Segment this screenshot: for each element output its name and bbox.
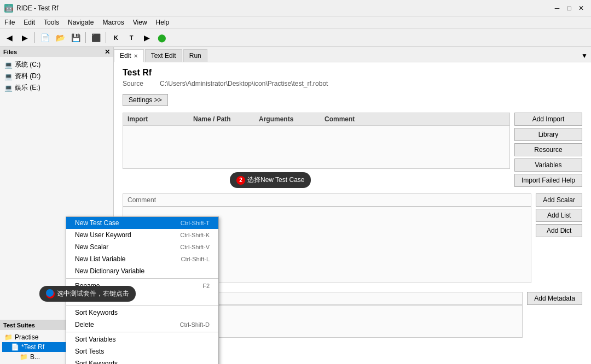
ctx-new-dict-variable[interactable]: New Dictionary Variable [66,265,218,277]
test-button[interactable]: T [124,31,138,45]
menu-view[interactable]: View [129,16,152,28]
add-list-button[interactable]: Add List [536,209,582,222]
tab-bar: Edit ✕ Text Edit Run ▼ [114,47,591,62]
doc-title: Test Rf [123,68,582,78]
main-layout: Files ✕ 💻 系统 (C:) 💻 资料 (D:) 💻 娱乐 (E:) Te… [0,47,591,364]
ctx-new-user-keyword[interactable]: New User Keyword Ctrl-Shift-K [66,229,218,241]
tab-run[interactable]: Run [183,49,207,62]
ctx-new-list-variable[interactable]: New List Variable Ctrl-Shift-L [66,253,218,265]
th-namepath: Name / Path [189,113,254,125]
th-arguments: Arguments [254,113,320,125]
window-title: RIDE - Test Rf [16,4,58,12]
th-import: Import [123,113,189,125]
forward-button[interactable]: ▶ [18,31,32,45]
ctx-sort-keywords-2[interactable]: Sort Keywords [66,357,218,364]
new-button[interactable]: 📄 [38,31,52,45]
menu-tools[interactable]: Tools [39,16,63,28]
stop-button[interactable]: ⬛ [89,31,103,45]
variables-button[interactable]: Variables [514,158,582,172]
ctx-sep-1 [66,278,218,279]
add-dict-button[interactable]: Add Dict [536,224,582,237]
tooltip-1: 1选中测试套件，右键点击 [39,286,136,302]
tab-scroll-arrow[interactable]: ▼ [578,50,591,62]
ctx-sep-2 [66,305,218,306]
resource-button[interactable]: Resource [514,143,582,156]
close-button[interactable]: ✕ [576,3,587,14]
import-failed-help-button[interactable]: Import Failed Help [514,174,582,187]
import-section: Import Name / Path Arguments Comment Add… [123,113,582,187]
folder-icon: 📁 [4,333,13,341]
toolbar-sep-3 [106,32,106,43]
app-icon: 🤖 [4,4,13,13]
files-close-button[interactable]: ✕ [105,48,110,56]
drive-c-icon: 💻 [4,61,13,69]
minimize-button[interactable]: ─ [552,3,563,14]
open-button[interactable]: 📂 [53,31,67,45]
toolbar-sep-2 [85,32,86,43]
source-row: Source C:\Users\Administrator\Desktop\ic… [123,80,582,87]
ctx-sort-keywords-1[interactable]: Sort Keywords [66,307,218,319]
toolbar-sep-1 [34,32,35,43]
drive-d-icon: 💻 [4,73,13,80]
subfolder-icon: 📁 [20,353,28,361]
menu-bar: File Edit Tools Navigate Macros View Hel… [0,16,591,28]
metadata-side-buttons: Add Metadata [527,292,582,338]
back-button[interactable]: ◀ [2,31,16,45]
run-button[interactable]: ▶ [140,31,154,45]
keyword-button[interactable]: K [109,31,123,45]
ctx-new-scalar[interactable]: New Scalar Ctrl-Shift-V [66,241,218,253]
drive-d[interactable]: 💻 资料 (D:) [2,71,111,82]
menu-file[interactable]: File [0,16,19,28]
tab-text-edit[interactable]: Text Edit [145,49,182,62]
source-path: C:\Users\Administrator\Desktop\icon\Prac… [160,80,328,87]
th-comment: Comment [320,113,509,125]
menu-macros[interactable]: Macros [98,16,128,28]
left-panel: Files ✕ 💻 系统 (C:) 💻 资料 (D:) 💻 娱乐 (E:) Te… [0,47,114,364]
drive-e[interactable]: 💻 娱乐 (E:) [2,82,111,93]
add-scalar-button[interactable]: Add Scalar [536,193,582,207]
file-icon: 📄 [11,343,19,351]
menu-help[interactable]: Help [152,16,174,28]
ctx-sort-variables[interactable]: Sort Variables [66,333,218,345]
import-table-area: Import Name / Path Arguments Comment [123,113,510,187]
variables-side-buttons: Add Scalar Add List Add Dict [536,193,582,285]
drive-c[interactable]: 💻 系统 (C:) [2,59,111,71]
title-bar-left: 🤖 RIDE - Test Rf [4,4,58,13]
title-controls: ─ □ ✕ [552,3,587,14]
menu-navigate[interactable]: Navigate [63,16,98,28]
import-table-body [123,125,510,169]
tooltip-2: 2选择New Test Case [230,172,311,188]
toolbar: ◀ ▶ 📄 📂 💾 ⬛ K T ▶ ⬤ [0,28,591,47]
maximize-button[interactable]: □ [564,3,575,14]
save-button[interactable]: 💾 [68,31,83,45]
add-import-button[interactable]: Add Import [514,113,582,126]
drive-e-icon: 💻 [4,84,13,92]
ctx-sort-tests[interactable]: Sort Tests [66,345,218,357]
import-table-header: Import Name / Path Arguments Comment [123,113,510,125]
source-label: Source [123,80,155,87]
tab-edit-close[interactable]: ✕ [134,53,138,59]
settings-button[interactable]: Settings >> [123,94,168,106]
files-label: Files [3,49,17,55]
variables-comment: Comment [123,193,531,207]
tab-edit[interactable]: Edit ✕ [114,49,144,62]
dot-button[interactable]: ⬤ [155,31,169,45]
library-button[interactable]: Library [514,128,582,141]
menu-edit[interactable]: Edit [19,16,39,28]
import-side-buttons: Add Import Library Resource Variables Im… [514,113,582,187]
ctx-delete[interactable]: Delete Ctrl-Shift-D [66,319,218,331]
ctx-new-test-case[interactable]: New Test Case Ctrl-Shift-T [66,217,218,229]
files-header: Files ✕ [0,47,113,57]
ctx-sep-3 [66,332,218,332]
title-bar: 🤖 RIDE - Test Rf ─ □ ✕ [0,0,591,16]
add-metadata-button[interactable]: Add Metadata [527,292,582,305]
